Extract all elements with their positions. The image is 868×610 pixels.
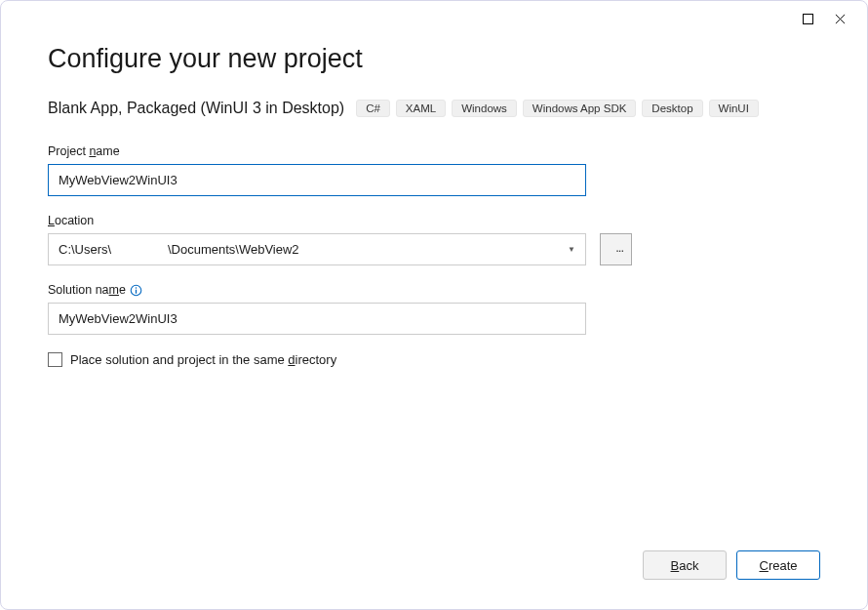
browse-button[interactable]: ... [600,233,632,265]
project-name-input[interactable] [48,164,586,196]
template-tags: C# XAML Windows Windows App SDK Desktop … [356,100,759,117]
location-path: C:\Users\ \Documents\WebView2 [59,242,568,257]
footer-buttons: Back Create [643,550,820,580]
tag: Windows App SDK [523,100,637,117]
same-directory-checkbox[interactable] [48,352,62,367]
location-label: Location [48,214,820,227]
close-button[interactable] [835,14,846,24]
project-name-field: Project name [48,144,820,196]
tag: Desktop [642,100,702,117]
info-icon[interactable] [130,284,142,297]
content-area: Configure your new project Blank App, Pa… [48,44,820,590]
location-combo[interactable]: C:\Users\ \Documents\WebView2 ▼ [48,233,586,265]
solution-name-field: Solution name [48,283,820,335]
project-name-label: Project name [48,144,820,158]
dialog-window: Configure your new project Blank App, Pa… [0,0,868,610]
template-name: Blank App, Packaged (WinUI 3 in Desktop) [48,100,344,117]
chevron-down-icon: ▼ [568,245,575,254]
tag: Windows [452,100,517,117]
maximize-button[interactable] [803,14,813,24]
svg-rect-4 [136,289,137,293]
template-row: Blank App, Packaged (WinUI 3 in Desktop)… [48,100,820,117]
location-row: C:\Users\ \Documents\WebView2 ▼ ... [48,233,820,265]
solution-name-input[interactable] [48,303,586,335]
solution-name-label: Solution name [48,283,820,297]
same-directory-label: Place solution and project in the same d… [70,352,336,367]
maximize-icon [803,14,813,24]
create-button[interactable]: Create [736,550,820,580]
ellipsis-icon: ... [615,240,623,255]
page-title: Configure your new project [48,44,820,74]
same-directory-row[interactable]: Place solution and project in the same d… [48,352,820,367]
tag: XAML [396,100,446,117]
location-field: Location C:\Users\ \Documents\WebView2 ▼… [48,214,820,265]
svg-point-3 [136,287,137,288]
close-icon [835,14,846,24]
titlebar [803,1,867,36]
tag: WinUI [709,100,759,117]
tag: C# [356,100,390,117]
back-button[interactable]: Back [643,550,727,580]
